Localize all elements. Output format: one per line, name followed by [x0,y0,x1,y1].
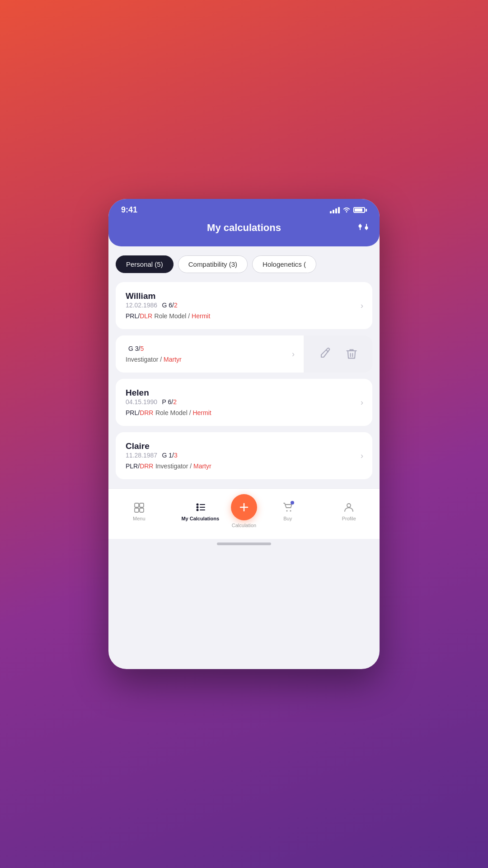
card-william-info: 12.02.1986 G 6/2 [126,301,362,309]
card-claire-g: G 1/3 [162,452,178,459]
status-time: 9:41 [121,205,137,215]
svg-rect-5 [135,503,139,507]
nav-buy-label: Buy [283,516,292,521]
menu-icon [133,501,145,514]
card-william-meta: PRL/DLR Role Model / Hermit [126,312,362,320]
signal-icon [330,207,340,213]
delete-button[interactable] [343,346,360,362]
buy-badge [291,501,294,505]
svg-point-11 [197,509,199,511]
tab-compatibility[interactable]: Compatibility (3) [178,255,248,273]
svg-point-9 [197,504,199,506]
phone-frame: 9:41 [108,199,380,669]
nav-calculation-label: Calculation [232,523,256,528]
tabs-section: Personal (5) Compatibility (3) Hologenet… [108,246,380,278]
svg-rect-6 [140,503,144,507]
card-swiped-main[interactable]: G 3/5 Investigator / Martyr › [116,335,304,373]
nav-my-calculations-label: My Calculations [181,516,219,521]
nav-add[interactable]: Calculation [231,494,257,528]
card-helen-g: P 6/2 [162,398,177,406]
card-william-date: 12.02.1986 [126,302,157,309]
tabs-row: Personal (5) Compatibility (3) Hologenet… [116,255,372,273]
card-swiped-actions [304,335,372,373]
svg-point-10 [197,506,199,509]
nav-menu[interactable]: Menu [108,501,170,521]
bottom-nav: Menu My Calculations [108,488,380,539]
svg-point-19 [347,504,351,507]
buy-icon [282,501,294,514]
nav-menu-label: Menu [133,516,145,521]
add-button[interactable] [231,494,257,520]
header: 9:41 [108,199,380,246]
card-helen[interactable]: Helen 04.15.1990 P 6/2 PRL/DRR Role Mode… [116,379,372,426]
card-william-name: William [126,291,155,301]
card-swiped-info: G 3/5 [126,344,294,353]
card-william-chevron: › [361,301,363,311]
status-bar: 9:41 [119,199,369,218]
nav-profile-label: Profile [342,516,356,521]
battery-icon [353,207,367,213]
svg-point-3 [366,226,368,229]
card-claire[interactable]: Claire 11.28.1987 G 1/3 PLR/DRR Investig… [116,432,372,479]
svg-rect-8 [140,508,144,512]
tab-hologenetics[interactable]: Hologenetics ( [252,255,316,273]
card-helen-chevron: › [361,398,363,407]
card-claire-date: 11.28.1987 [126,452,157,459]
card-claire-name: Claire [126,441,150,451]
svg-point-2 [359,225,361,227]
svg-point-18 [290,510,291,512]
nav-my-calculations[interactable]: My Calculations [170,501,231,521]
card-swiped: G 3/5 Investigator / Martyr › [116,335,372,373]
nav-profile[interactable]: Profile [319,501,380,521]
card-helen-info: 04.15.1990 P 6/2 [126,398,362,406]
card-claire-info: 11.28.1987 G 1/3 [126,451,362,459]
profile-icon [343,501,355,514]
home-indicator [217,542,271,545]
status-icons [330,206,367,214]
card-claire-meta: PLR/DRR Investigator / Martyr [126,462,362,470]
header-title-row: My calculations [119,218,369,236]
card-claire-chevron: › [361,451,363,461]
card-swiped-chevron: › [292,349,295,359]
tab-personal[interactable]: Personal (5) [116,255,174,273]
filter-icon[interactable] [358,222,369,235]
card-helen-meta: PRL/DRR Role Model / Hermit [126,409,362,417]
wifi-icon [343,206,351,214]
card-helen-name: Helen [126,388,149,397]
page-title: My calculations [207,222,281,234]
edit-button[interactable] [316,346,333,362]
svg-rect-7 [135,508,139,512]
card-swiped-meta: Investigator / Martyr [126,355,294,363]
svg-line-4 [327,350,328,352]
cards-section: William 12.02.1986 G 6/2 PRL/DLR Role Mo… [108,278,380,479]
svg-point-17 [286,510,287,512]
card-helen-date: 04.15.1990 [126,398,157,406]
card-william-g: G 6/2 [162,302,178,309]
my-calculations-icon [194,501,206,514]
card-william[interactable]: William 12.02.1986 G 6/2 PRL/DLR Role Mo… [116,282,372,329]
nav-buy[interactable]: Buy [257,501,319,521]
